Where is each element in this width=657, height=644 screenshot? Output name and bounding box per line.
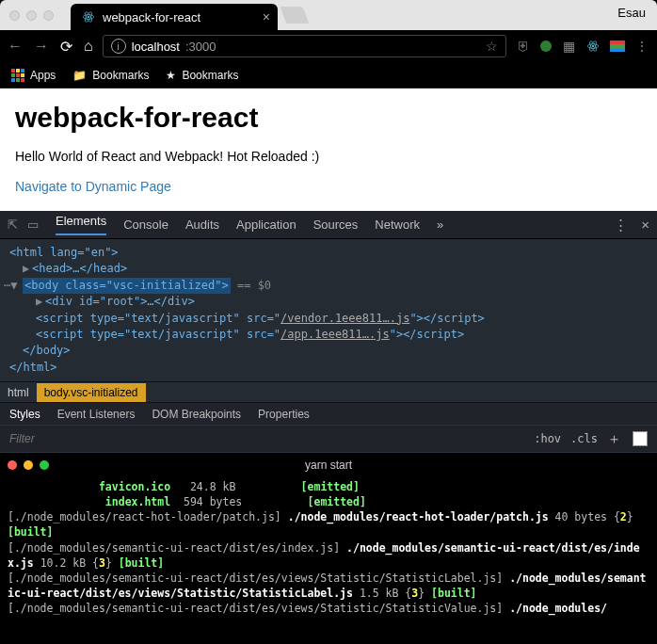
devtools-panel: ⇱ ▭ Elements Console Audits Application … [0, 211, 657, 453]
apps-shortcut[interactable]: Apps [11, 69, 56, 82]
terminal-title: yarn start [8, 458, 649, 474]
devtools-breadcrumb[interactable]: html body.vsc-initialized [0, 381, 657, 402]
dynamic-page-link[interactable]: Navigate to Dynamic Page [15, 179, 171, 194]
react-devtools-icon[interactable] [585, 39, 601, 54]
new-tab-button[interactable] [280, 7, 310, 24]
styles-filter-row: :hov .cls ＋ [0, 425, 657, 453]
term-line-5: [./node_modules/semantic-ui-react/dist/e… [8, 571, 649, 601]
term-line-1: favicon.ico 24.8 kB [emitted] [8, 479, 649, 494]
dom-script1-url[interactable]: /vendor.1eee811….js [280, 312, 409, 325]
dom-body-open[interactable]: <body class="vsc-initialized"> [24, 279, 229, 292]
styles-tab-eventlisteners[interactable]: Event Listeners [57, 408, 136, 421]
forward-icon[interactable]: → [34, 38, 49, 55]
page-content: webpack-for-react Hello World of React a… [0, 89, 657, 211]
term-line-3: [./node_modules/react-hot-loader/patch.j… [8, 509, 649, 539]
devtools-left-icons: ⇱ ▭ [8, 217, 39, 232]
apps-grid-icon [11, 69, 24, 82]
hov-toggle[interactable]: :hov [534, 432, 561, 445]
dom-script1-pre[interactable]: <script type="text/javascript" src=" [36, 312, 280, 325]
dom-script2-url[interactable]: /app.1eee811….js [280, 328, 390, 341]
term-line-4: [./node_modules/semantic-ui-react/dist/e… [8, 540, 649, 571]
shield-icon[interactable]: ⛨ [516, 39, 531, 54]
url-host: localhost [132, 40, 180, 54]
color-swatch-icon[interactable] [633, 431, 648, 446]
star-icon: ★ [166, 69, 176, 82]
traffic-minimize-icon[interactable] [26, 10, 37, 21]
tab-application[interactable]: Application [236, 217, 296, 232]
cls-toggle[interactable]: .cls [570, 432, 598, 445]
bookmarks-folder-2[interactable]: ★ Bookmarks [166, 69, 238, 82]
browser-tab[interactable]: webpack-for-react × [71, 4, 278, 30]
terminal-titlebar: yarn start [8, 457, 649, 474]
dom-div-root[interactable]: <div id="root">…</div> [45, 295, 195, 308]
device-toggle-icon[interactable]: ▭ [27, 217, 39, 232]
styles-filter-input[interactable] [9, 432, 245, 445]
devtools-close-icon[interactable]: × [641, 217, 649, 233]
site-info-icon[interactable]: i [111, 39, 126, 54]
tab-elements[interactable]: Elements [56, 214, 106, 235]
menu-kebab-icon[interactable]: ⋮ [634, 39, 649, 54]
stripes-ext-icon[interactable] [610, 40, 625, 52]
address-bar[interactable]: i localhost:3000 ☆ [103, 35, 506, 57]
dom-html-open[interactable]: <html lang="en"> [9, 246, 119, 259]
breadcrumb-html[interactable]: html [0, 383, 37, 402]
bookmarks-folder-1[interactable]: 📁 Bookmarks [72, 69, 149, 82]
inspect-element-icon[interactable]: ⇱ [8, 217, 18, 232]
nav-buttons: ← → ⟳ ⌂ [8, 38, 93, 56]
new-style-rule-icon[interactable]: ＋ [607, 430, 621, 448]
tab-title: webpack-for-react [103, 10, 200, 24]
dom-body-meta: == $0 [231, 279, 271, 292]
styles-tabstrip: Styles Event Listeners DOM Breakpoints P… [0, 402, 657, 425]
bookmarks-folder-1-label: Bookmarks [92, 69, 149, 82]
devtools-kebab-icon[interactable]: ⋮ [614, 217, 628, 233]
dom-head[interactable]: <head>…</head> [32, 262, 127, 275]
styles-tab-styles[interactable]: Styles [9, 408, 40, 421]
svg-point-7 [592, 45, 594, 47]
dom-tree[interactable]: <html lang="en"> ▶<head>…</head> <body c… [0, 239, 657, 381]
tab-close-icon[interactable]: × [263, 9, 270, 24]
svg-point-3 [88, 16, 89, 18]
tab-sources[interactable]: Sources [313, 217, 359, 232]
bookmark-star-icon[interactable]: ☆ [486, 39, 498, 54]
breadcrumb-body[interactable]: body.vsc-initialized [37, 383, 146, 402]
home-icon[interactable]: ⌂ [84, 38, 93, 55]
dom-html-close[interactable]: </html> [9, 361, 57, 374]
window-titlebar: webpack-for-react × Esau [0, 0, 657, 30]
grid-ext-icon[interactable]: ▦ [561, 39, 576, 54]
dom-script2-pre[interactable]: <script type="text/javascript" src=" [36, 328, 280, 341]
term-line-2: index.html 594 bytes [emitted] [8, 494, 649, 509]
bookmarks-bar: Apps 📁 Bookmarks ★ Bookmarks [0, 62, 657, 89]
extension-icons: ⛨ ▦ ⋮ [516, 39, 649, 54]
extension-dot-icon[interactable] [540, 40, 552, 52]
page-paragraph: Hello World of React and Webpack! Hot Re… [15, 149, 642, 164]
tab-network[interactable]: Network [375, 217, 420, 232]
traffic-close-icon[interactable] [9, 10, 20, 21]
styles-tab-properties[interactable]: Properties [258, 408, 310, 421]
term-line-6: [./node_modules/semantic-ui-react/dist/e… [8, 601, 649, 616]
tab-audits[interactable]: Audits [185, 217, 219, 232]
profile-name[interactable]: Esau [617, 6, 646, 20]
browser-toolbar: ← → ⟳ ⌂ i localhost:3000 ☆ ⛨ ▦ ⋮ [0, 30, 657, 62]
reload-icon[interactable]: ⟳ [60, 38, 72, 56]
dom-script2-post[interactable]: "></script> [390, 328, 464, 341]
traffic-zoom-icon[interactable] [43, 10, 54, 21]
dom-script1-post[interactable]: "></script> [409, 312, 484, 325]
styles-tab-dombreakpoints[interactable]: DOM Breakpoints [152, 408, 241, 421]
back-icon[interactable]: ← [8, 38, 23, 55]
folder-icon: 📁 [72, 69, 87, 82]
bookmarks-folder-2-label: Bookmarks [182, 69, 238, 82]
terminal-window: yarn start favicon.ico 24.8 kB [emitted]… [0, 453, 657, 623]
url-port: :3000 [185, 40, 216, 54]
window-traffic-lights [0, 10, 54, 21]
react-favicon-icon [82, 10, 95, 24]
dom-body-close[interactable]: </body> [23, 344, 71, 357]
apps-label: Apps [30, 69, 56, 82]
page-heading: webpack-for-react [15, 102, 642, 134]
tab-console[interactable]: Console [123, 217, 168, 232]
tab-overflow[interactable]: » [437, 217, 443, 232]
devtools-tabstrip: ⇱ ▭ Elements Console Audits Application … [0, 211, 657, 239]
